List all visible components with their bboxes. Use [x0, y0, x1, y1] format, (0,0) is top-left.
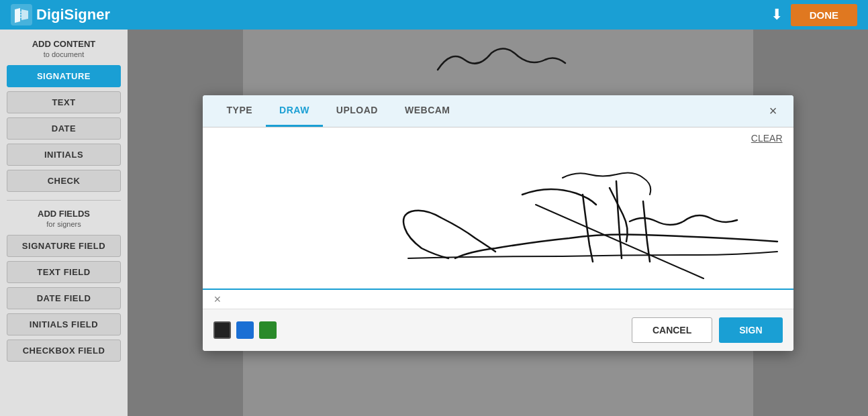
- name-clear-icon[interactable]: ✕: [213, 294, 222, 305]
- modal-dialog: TYPE DRAW UPLOAD WEBCAM × CLEAR: [203, 95, 793, 351]
- sidebar-btn-initials[interactable]: INITIALS: [7, 144, 121, 166]
- color-green[interactable]: [259, 321, 277, 339]
- sidebar-btn-signature[interactable]: SIGNATURE: [7, 65, 121, 87]
- footer-buttons: CANCEL SIGN: [632, 317, 783, 343]
- header-right: ⬇ DONE: [771, 4, 857, 26]
- sign-button[interactable]: SIGN: [719, 317, 782, 343]
- add-content-sub: to document: [7, 50, 121, 58]
- signature-draw-area[interactable]: [213, 134, 783, 282]
- sidebar-btn-text-field[interactable]: TEXT FIELD: [7, 261, 121, 283]
- modal-footer: CANCEL SIGN: [203, 309, 793, 351]
- add-fields-sub: for signers: [7, 220, 121, 228]
- name-input[interactable]: [227, 294, 783, 305]
- tab-webcam[interactable]: WEBCAM: [391, 95, 464, 127]
- color-blue[interactable]: [236, 321, 254, 339]
- sidebar-btn-text[interactable]: TEXT: [7, 91, 121, 113]
- sidebar-divider: [7, 200, 121, 201]
- logo-text: DigiSigner: [36, 6, 110, 23]
- add-content-title: ADD CONTENT: [7, 39, 121, 49]
- modal-overlay: TYPE DRAW UPLOAD WEBCAM × CLEAR: [128, 30, 868, 416]
- logo: DigiSigner: [11, 4, 110, 25]
- tab-type[interactable]: TYPE: [213, 95, 267, 127]
- color-options: [213, 321, 277, 339]
- logo-digi: Digi: [36, 6, 64, 23]
- modal-header: TYPE DRAW UPLOAD WEBCAM ×: [203, 95, 793, 127]
- sidebar-btn-date-field[interactable]: DATE FIELD: [7, 287, 121, 309]
- sidebar-btn-date[interactable]: DATE: [7, 117, 121, 140]
- logo-icon: [11, 4, 32, 25]
- sidebar-btn-check[interactable]: CHECK: [7, 170, 121, 192]
- sidebar-btn-initials-field[interactable]: INITIALS FIELD: [7, 313, 121, 335]
- download-icon[interactable]: ⬇: [771, 6, 783, 23]
- modal-name-section: ✕: [203, 289, 793, 309]
- logo-signer: Signer: [64, 6, 110, 23]
- tab-upload[interactable]: UPLOAD: [323, 95, 391, 127]
- modal-close-button[interactable]: ×: [764, 98, 783, 124]
- signature-svg: [213, 134, 783, 282]
- color-black[interactable]: [213, 321, 231, 339]
- content-area: TYPE DRAW UPLOAD WEBCAM × CLEAR: [128, 30, 868, 416]
- header: DigiSigner ⬇ DONE: [0, 0, 868, 30]
- sidebar-btn-checkbox-field[interactable]: CHECKBOX FIELD: [7, 340, 121, 362]
- tab-draw[interactable]: DRAW: [266, 95, 323, 127]
- sidebar: ADD CONTENT to document SIGNATURE TEXT D…: [0, 30, 128, 416]
- sidebar-btn-signature-field[interactable]: SIGNATURE FIELD: [7, 235, 121, 257]
- cancel-button[interactable]: CANCEL: [632, 317, 712, 343]
- main-layout: ADD CONTENT to document SIGNATURE TEXT D…: [0, 30, 868, 416]
- modal-body: CLEAR: [203, 127, 793, 289]
- add-fields-title: ADD FIELDS: [7, 209, 121, 219]
- done-button[interactable]: DONE: [791, 4, 857, 26]
